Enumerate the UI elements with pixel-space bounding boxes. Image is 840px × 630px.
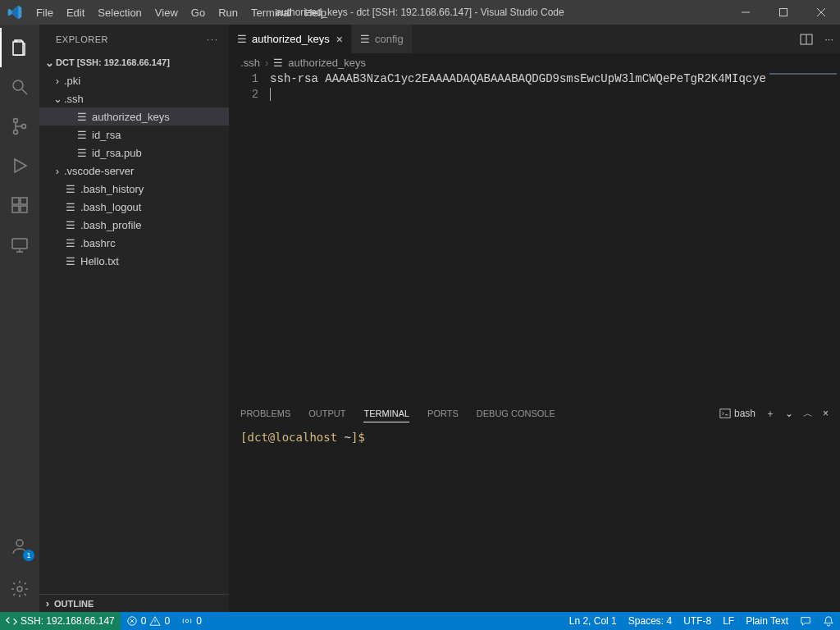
svg-rect-11 xyxy=(12,206,19,212)
tree-item-label: Hello.txt xyxy=(80,255,119,267)
tree-item-label: .bash_logout xyxy=(80,201,141,213)
window-controls xyxy=(727,0,840,25)
svg-point-18 xyxy=(17,587,22,591)
status-ports[interactable]: 0 xyxy=(176,615,208,627)
tree-item-label: id_rsa xyxy=(92,129,121,141)
activity-run-debug[interactable] xyxy=(0,146,39,185)
menu-view[interactable]: View xyxy=(148,3,185,22)
terminal[interactable]: [dct@localhost ~]$ xyxy=(229,427,840,612)
line-number: 1 xyxy=(229,71,258,87)
activity-explorer[interactable] xyxy=(0,28,39,67)
menu-go[interactable]: Go xyxy=(185,3,212,22)
more-actions-icon[interactable]: ··· xyxy=(824,33,833,45)
folder--pki[interactable]: ›.pki xyxy=(39,71,229,89)
file-icon: ☰ xyxy=(64,183,77,195)
panel-tab-terminal[interactable]: TERMINAL xyxy=(363,405,409,422)
file-tree: ›.pki⌄.ssh☰authorized_keys☰id_rsa☰id_rsa… xyxy=(39,71,229,594)
status-feedback-icon[interactable] xyxy=(794,615,817,627)
file-icon: ☰ xyxy=(237,33,247,45)
split-terminal-dropdown-icon[interactable]: ⌄ xyxy=(785,408,793,419)
file-icon: ☰ xyxy=(75,129,89,141)
svg-point-26 xyxy=(185,619,189,623)
panel-tab-problems[interactable]: PROBLEMS xyxy=(240,405,290,422)
file-id_rsa-pub[interactable]: ☰id_rsa.pub xyxy=(39,144,229,162)
maximize-button[interactable] xyxy=(765,0,802,25)
svg-rect-14 xyxy=(12,239,27,249)
status-remote[interactable]: SSH: 192.168.66.147 xyxy=(0,612,121,630)
activity-accounts[interactable]: 1 xyxy=(0,527,39,566)
tree-item-label: .bash_profile xyxy=(80,219,141,231)
close-button[interactable] xyxy=(802,0,840,25)
status-problems[interactable]: 0 0 xyxy=(121,615,176,627)
breadcrumb-item[interactable]: authorized_keys xyxy=(288,57,366,69)
tree-item-label: .bashrc xyxy=(80,237,116,249)
folder--ssh[interactable]: ⌄.ssh xyxy=(39,89,229,107)
split-editor-icon[interactable] xyxy=(800,33,813,46)
tab-authorized-keys[interactable]: ☰ authorized_keys × xyxy=(229,25,352,53)
panel-tab-ports[interactable]: PORTS xyxy=(427,405,459,422)
svg-point-8 xyxy=(14,130,18,135)
svg-point-9 xyxy=(22,125,26,129)
activity-remote-explorer[interactable] xyxy=(0,225,39,264)
activity-settings[interactable] xyxy=(0,569,39,609)
tab-config[interactable]: ☰ config xyxy=(352,25,413,53)
code-editor[interactable]: 1 2 ssh-rsa AAAAB3NzaC1yc2EAAAADAQABAAAB… xyxy=(229,71,840,399)
menu-file[interactable]: File xyxy=(30,3,60,22)
explorer-root[interactable]: ⌄ DCT [SSH: 192.168.66.147] xyxy=(39,53,229,71)
terminal-prompt-user: [dct@localhost xyxy=(240,431,344,444)
maximize-panel-icon[interactable]: ︿ xyxy=(803,407,813,421)
file--bashrc[interactable]: ☰.bashrc xyxy=(39,234,229,252)
minimize-button[interactable] xyxy=(727,0,765,25)
svg-point-5 xyxy=(13,80,23,90)
svg-rect-1 xyxy=(780,9,788,16)
tree-item-label: id_rsa.pub xyxy=(92,147,142,159)
close-panel-icon[interactable]: × xyxy=(823,408,829,419)
vscode-logo-icon xyxy=(7,4,23,21)
file-id_rsa[interactable]: ☰id_rsa xyxy=(39,126,229,144)
file-icon: ☰ xyxy=(75,111,89,123)
new-terminal-icon[interactable]: ＋ xyxy=(765,407,775,421)
file-authorized_keys[interactable]: ☰authorized_keys xyxy=(39,107,229,126)
menu-selection[interactable]: Selection xyxy=(91,3,148,22)
chevron-down-icon: ⌄ xyxy=(51,93,64,105)
activity-extensions[interactable] xyxy=(0,185,39,225)
terminal-prompt-dir: ~ xyxy=(345,431,351,444)
outline-section[interactable]: › OUTLINE xyxy=(39,594,229,612)
panel-tab-debug-console[interactable]: DEBUG CONSOLE xyxy=(477,405,555,422)
status-bell-icon[interactable] xyxy=(817,615,840,627)
line-gutter: 1 2 xyxy=(229,71,270,399)
minimap[interactable] xyxy=(766,71,840,399)
panel-tab-output[interactable]: OUTPUT xyxy=(308,405,345,422)
file--bash_history[interactable]: ☰.bash_history xyxy=(39,180,229,198)
menu-run[interactable]: Run xyxy=(212,3,244,22)
folder--vscode-server[interactable]: ›.vscode-server xyxy=(39,162,229,180)
status-encoding[interactable]: UTF-8 xyxy=(678,615,717,627)
tab-label: config xyxy=(375,33,404,45)
tab-close-icon[interactable]: × xyxy=(336,33,343,46)
svg-rect-12 xyxy=(21,206,27,212)
accounts-badge: 1 xyxy=(23,550,34,561)
tree-item-label: authorized_keys xyxy=(92,111,170,123)
sidebar-more-icon[interactable]: ··· xyxy=(207,34,219,44)
breadcrumbs[interactable]: .ssh › ☰ authorized_keys xyxy=(229,53,840,71)
status-language[interactable]: Plain Text xyxy=(740,615,794,627)
menu-edit[interactable]: Edit xyxy=(60,3,91,22)
file--bash_logout[interactable]: ☰.bash_logout xyxy=(39,198,229,216)
panel-tabs: PROBLEMS OUTPUT TERMINAL PORTS DEBUG CON… xyxy=(229,399,840,427)
file-icon: ☰ xyxy=(273,57,283,69)
tree-item-label: .bash_history xyxy=(80,183,144,195)
status-indent[interactable]: Spaces: 4 xyxy=(623,615,678,627)
activity-source-control[interactable] xyxy=(0,107,39,146)
tree-item-label: .pki xyxy=(64,75,80,87)
svg-point-7 xyxy=(14,119,18,123)
activity-search[interactable] xyxy=(0,67,39,107)
svg-rect-10 xyxy=(12,198,19,204)
file--bash_profile[interactable]: ☰.bash_profile xyxy=(39,216,229,234)
bottom-panel: PROBLEMS OUTPUT TERMINAL PORTS DEBUG CON… xyxy=(229,399,840,612)
terminal-shell-selector[interactable]: bash xyxy=(719,408,756,419)
file-Hello-txt[interactable]: ☰Hello.txt xyxy=(39,252,229,270)
breadcrumb-item[interactable]: .ssh xyxy=(240,57,260,69)
status-line-col[interactable]: Ln 2, Col 1 xyxy=(564,615,623,627)
status-eol[interactable]: LF xyxy=(717,615,740,627)
code-content[interactable]: ssh-rsa AAAAB3NzaC1yc2EAAAADAQABAAABAQDG… xyxy=(270,71,766,399)
